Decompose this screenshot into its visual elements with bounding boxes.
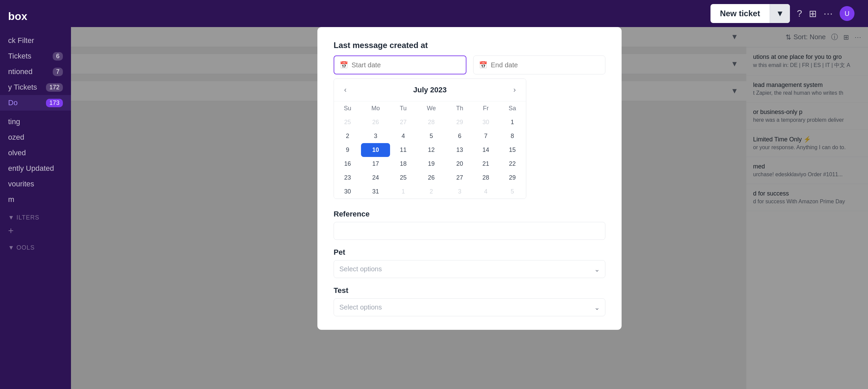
calendar-day[interactable]: 28 [416,115,446,129]
calendar-day[interactable]: 21 [473,157,499,171]
calendar-day[interactable]: 26 [361,115,390,129]
calendar-day[interactable]: 15 [499,143,526,157]
calendar-day[interactable]: 23 [334,171,361,185]
calendar-icon: 📅 [479,61,487,69]
calendar-day[interactable]: 9 [334,143,361,157]
sidebar-item-label: ozed [8,133,24,142]
calendar-day[interactable]: 4 [390,129,416,143]
calendar-day[interactable]: 29 [499,171,526,185]
calendar-day[interactable]: 16 [334,157,361,171]
pet-select-placeholder: Select options [339,265,382,273]
calendar-day[interactable]: 30 [473,115,499,129]
calendar-day[interactable]: 4 [473,185,499,199]
calendar-day[interactable]: 19 [416,157,446,171]
calendar-week-row: 23242526272829 [334,171,526,185]
calendar-day[interactable]: 24 [361,171,390,185]
calendar-day[interactable]: 5 [499,185,526,199]
reference-label: Reference [334,210,605,219]
calendar-day[interactable]: 27 [447,171,473,185]
sidebar-item-label: Tickets [8,52,31,61]
calendar-days-header: Su Mo Tu We Th Fr Sa [334,101,526,115]
test-label: Test [334,286,605,295]
calendar-day[interactable]: 20 [447,157,473,171]
calendar-prev-button[interactable]: ‹ [341,84,350,96]
sidebar-add-filter[interactable]: + [0,224,71,237]
calendar-week-row: 16171819202122 [334,157,526,171]
calendar-week-row: 2345678 [334,129,526,143]
calendar-day[interactable]: 1 [499,115,526,129]
sidebar-item-ozed[interactable]: ozed [0,130,71,145]
new-ticket-button[interactable]: New ticket ▼ [710,4,790,23]
more-icon[interactable]: ⋯ [823,8,833,19]
layout-icon[interactable]: ⊞ [809,8,817,19]
sidebar-item-label: olved [8,148,26,157]
calendar-day[interactable]: 12 [416,143,446,157]
calendar-day[interactable]: 8 [499,129,526,143]
sidebar-item-label: vourites [8,180,34,188]
sidebar-section-tools[interactable]: ▼ OOLS [0,237,71,254]
sidebar-item-tickets[interactable]: Tickets 6 [0,48,71,64]
calendar-day[interactable]: 3 [447,185,473,199]
calendar-week-row: 303112345 [334,185,526,199]
calendar-day[interactable]: 13 [447,143,473,157]
help-icon[interactable]: ? [797,8,802,19]
sidebar-item-ck-filter[interactable]: ck Filter [0,33,71,48]
calendar-day[interactable]: 11 [390,143,416,157]
test-select-placeholder: Select options [339,303,382,311]
sidebar-item-label: ently Updated [8,164,54,173]
calendar-day[interactable]: 10 [361,143,390,157]
calendar-day[interactable]: 7 [473,129,499,143]
calendar-day[interactable]: 28 [473,171,499,185]
sidebar-item-label: ntioned [8,67,32,76]
test-select[interactable]: Select options [334,298,605,316]
sidebar-section-filters[interactable]: ▼ ILTERS [0,207,71,224]
sidebar-item-ently-updated[interactable]: ently Updated [0,161,71,176]
calendar-day[interactable]: 31 [361,185,390,199]
start-date-wrapper[interactable]: 📅 [334,55,466,74]
calendar-grid: Su Mo Tu We Th Fr Sa 2526272829301234567… [334,101,526,199]
calendar-day[interactable]: 6 [447,129,473,143]
new-ticket-label[interactable]: New ticket [710,4,770,23]
sidebar-item-ntioned[interactable]: ntioned 7 [0,64,71,79]
calendar-icon: 📅 [340,61,348,69]
calendar-day[interactable]: 18 [390,157,416,171]
reference-input[interactable] [334,222,605,240]
user-avatar[interactable]: U [840,6,854,21]
sidebar-item-m[interactable]: m [0,192,71,207]
pet-select[interactable]: Select options [334,260,605,278]
sidebar-item-do[interactable]: Do 173 [0,95,71,111]
sidebar-item-label: ting [8,117,20,126]
modal-dialog: Last message created at 📅 📅 ‹ July 2023 [317,27,622,330]
calendar-day[interactable]: 17 [361,157,390,171]
calendar-day[interactable]: 27 [390,115,416,129]
calendar-day[interactable]: 3 [361,129,390,143]
sidebar-item-olved[interactable]: olved [0,145,71,161]
calendar-day[interactable]: 29 [447,115,473,129]
sidebar-item-vourites[interactable]: vourites [0,176,71,192]
calendar-month-year: July 2023 [413,86,447,94]
calendar: ‹ July 2023 › Su Mo Tu We Th Fr Sa [334,78,526,199]
calendar-week-row: 2526272829301 [334,115,526,129]
day-header-we: We [416,101,446,115]
calendar-day[interactable]: 22 [499,157,526,171]
new-ticket-dropdown-arrow[interactable]: ▼ [770,4,790,23]
calendar-day[interactable]: 26 [416,171,446,185]
calendar-day[interactable]: 25 [334,115,361,129]
calendar-day[interactable]: 25 [390,171,416,185]
sidebar-item-y-tickets[interactable]: y Tickets 172 [0,79,71,95]
content-area: ▼ ▼ ▼ ⇅ Sort: None ⓘ ⊞ ⋯ utions at one p… [71,27,868,389]
calendar-day[interactable]: 2 [334,129,361,143]
calendar-day[interactable]: 5 [416,129,446,143]
start-date-input[interactable] [352,61,460,69]
test-select-wrapper: Select options ⌄ [334,298,605,316]
sidebar-badge: 6 [53,52,63,61]
end-date-wrapper[interactable]: 📅 [473,55,605,74]
end-date-input[interactable] [491,61,600,69]
sidebar-item-label: ck Filter [8,36,34,45]
sidebar-item-ting[interactable]: ting [0,114,71,130]
calendar-next-button[interactable]: › [510,84,519,96]
calendar-day[interactable]: 1 [390,185,416,199]
calendar-day[interactable]: 14 [473,143,499,157]
calendar-day[interactable]: 2 [416,185,446,199]
calendar-day[interactable]: 30 [334,185,361,199]
